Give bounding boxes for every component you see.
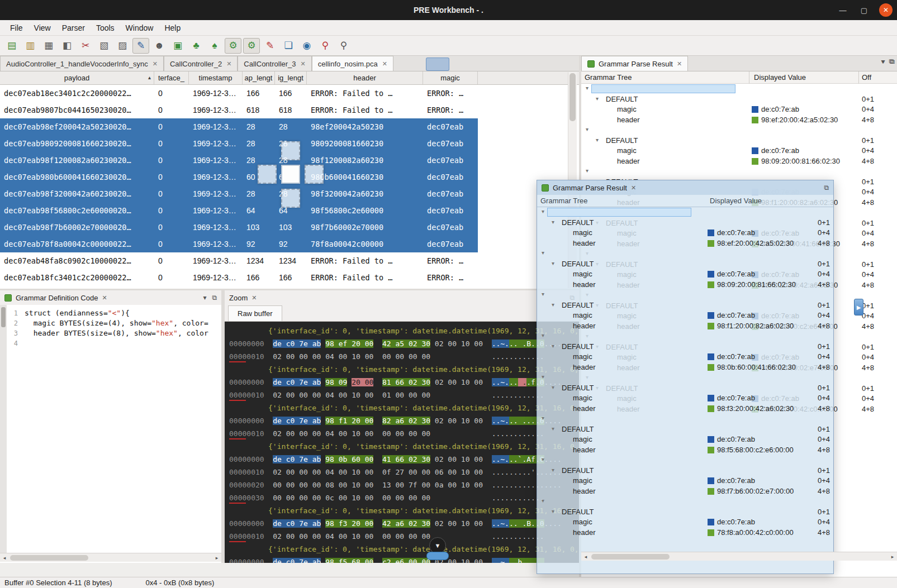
save-button[interactable]: ▦ xyxy=(40,38,57,54)
expander-icon[interactable]: ▾ xyxy=(542,498,544,504)
paste-button[interactable]: ▨ xyxy=(114,38,131,54)
tree-field-row[interactable]: header98:0b:60:00:41:66:02:304+8 xyxy=(537,362,833,373)
close-tab-icon[interactable]: ✕ xyxy=(226,60,231,68)
pin-button[interactable]: ⚲ xyxy=(317,38,334,54)
floating-parse-result-window[interactable]: Grammar Parse Result ✕ ⧉ Grammar Tree Di… xyxy=(537,180,834,574)
tree-field-row[interactable]: magicde:c0:7e:ab0+4 xyxy=(537,228,833,238)
tree-element-row[interactable]: ▾ xyxy=(537,372,833,383)
hex-line[interactable]: 00000020 00 00 00 00 08 00 10 00 13 00 7… xyxy=(229,479,579,491)
close-panel-icon[interactable]: ✕ xyxy=(251,294,257,302)
expander-icon[interactable]: ▾ xyxy=(552,219,554,225)
dock-target-top[interactable] xyxy=(281,141,300,160)
table-row[interactable]: dec07eab18ec3401c2c20000022…01969-12-3…1… xyxy=(0,85,478,102)
code-editor[interactable]: 1struct (endianness="<"){2 magic BYTES(s… xyxy=(7,308,221,348)
hex-line[interactable]: 00000000 de c0 7e ab 98 f5 68 00 c2 e6 0… xyxy=(229,556,579,563)
expander-icon[interactable]: ▾ xyxy=(542,456,544,462)
grammar-definition-title-bar[interactable]: Grammar Definition Code ✕ ▾ ⧉ xyxy=(0,290,221,305)
table-row[interactable]: dec07eab9809200081660230020…01969-12-3…2… xyxy=(0,135,478,152)
table-row[interactable]: dec07eab98f56800c2e60000020…01969-12-3…6… xyxy=(0,202,478,219)
floating-window-title-bar[interactable]: Grammar Parse Result ✕ ⧉ xyxy=(537,180,833,195)
close-tab-icon[interactable]: ✕ xyxy=(153,60,158,68)
tree-group-row[interactable]: ▾DEFAULT0+1 xyxy=(537,259,833,270)
table-row[interactable]: dec07eab98f7b60002e70000020…01969-12-3…1… xyxy=(0,219,478,236)
tree-field-row[interactable]: header78:f8:a0:00:42:c0:00:004+8 xyxy=(537,528,833,538)
close-tab-icon[interactable]: ✕ xyxy=(301,60,306,68)
scrollbar-track[interactable] xyxy=(9,553,212,562)
expander-icon[interactable]: ▾ xyxy=(586,126,588,132)
tree-element-row[interactable]: ▾ xyxy=(581,166,897,177)
close-panel-icon[interactable]: ✕ xyxy=(102,294,107,302)
expander-icon[interactable]: ▾ xyxy=(542,415,544,421)
expander-icon[interactable]: ▾ xyxy=(552,508,554,514)
save-all-button[interactable]: ◧ xyxy=(59,38,75,54)
maximize-button[interactable]: ▢ xyxy=(858,4,870,16)
cut-button[interactable]: ✂ xyxy=(77,38,94,54)
scroll-right-icon[interactable]: ▸ xyxy=(212,555,221,561)
expander-icon[interactable]: ▾ xyxy=(542,332,544,338)
close-tab-icon[interactable]: ✕ xyxy=(382,60,387,68)
expander-icon[interactable]: ▾ xyxy=(542,208,544,214)
expander-icon[interactable]: ▾ xyxy=(542,291,544,297)
column-header-displayed-value[interactable]: Displayed Value xyxy=(710,197,762,205)
menu-item-tools[interactable]: Tools xyxy=(91,22,120,34)
scrollbar-thumb[interactable] xyxy=(569,73,576,121)
hex-line[interactable]: 00000000 de c0 7e ab 98 ef 20 00 42 a5 0… xyxy=(229,337,579,350)
detach-tab-icon[interactable]: ⧉ xyxy=(889,58,894,65)
tab-AudioController_1_handleVocoderInfo_sync[interactable]: AudioController_1_handleVocoderInfo_sync… xyxy=(0,56,164,71)
dock-target-center[interactable] xyxy=(281,165,300,184)
expander-icon[interactable]: ▾ xyxy=(542,374,544,380)
tree-element-row[interactable]: ▾ xyxy=(537,290,833,300)
close-window-icon[interactable]: ✕ xyxy=(631,184,636,192)
grammar-tree-button[interactable]: ♣ xyxy=(188,38,205,54)
tree-group-row[interactable]: ▾DEFAULT0+1 xyxy=(537,342,833,352)
tree-group-row[interactable]: ▾DEFAULT0+1 xyxy=(537,507,833,518)
table-row[interactable]: dec07eab98f3200042a60230020…01969-12-3…2… xyxy=(0,185,478,202)
menu-item-file[interactable]: File xyxy=(4,22,29,34)
column-header-grammar-tree[interactable]: Grammar Tree xyxy=(585,73,632,82)
tree-field-row[interactable]: header98:f7:b6:00:02:e7:00:004+8 xyxy=(537,486,833,497)
scroll-right-button[interactable]: ▶ xyxy=(854,299,863,315)
title-bar[interactable]: PRE Workbench - . — ▢ ✕ xyxy=(0,0,897,20)
selected-tree-item[interactable] xyxy=(591,84,735,93)
column-header-header[interactable]: header xyxy=(307,71,423,84)
capture-button[interactable]: ▣ xyxy=(169,38,186,54)
hex-line[interactable]: 00000000 de c0 7e ab 98 f1 20 00 82 a6 0… xyxy=(229,414,579,427)
minimize-button[interactable]: — xyxy=(837,4,849,16)
scroll-left-icon[interactable]: ◂ xyxy=(581,554,590,560)
hex-line[interactable]: 00000010 02 00 00 00 04 00 10 00 00 00 0… xyxy=(229,530,579,543)
expander-icon[interactable]: ▾ xyxy=(596,95,599,102)
search-button[interactable]: ⚲ xyxy=(335,38,352,54)
expander-icon[interactable]: ▾ xyxy=(552,343,554,349)
code-line[interactable]: 1struct (endianness="<"){ xyxy=(7,308,221,318)
tree-group-row[interactable]: ▾DEFAULT0+1 xyxy=(537,424,833,435)
table-row[interactable]: dec07eab9807bc0441650230020…01969-12-3…6… xyxy=(0,102,478,118)
tree-element-row[interactable]: ▾ xyxy=(537,248,833,259)
table-row[interactable]: dec07eab98ef200042a50230020…01969-12-3…2… xyxy=(0,118,478,135)
expander-icon[interactable]: ▾ xyxy=(552,260,554,266)
tree-group-row[interactable]: ▾DEFAULT0+1 xyxy=(537,300,833,311)
code-panel-hscrollbar[interactable]: ◂ ▸ xyxy=(0,553,221,562)
highlight-button[interactable]: ✎ xyxy=(262,38,278,54)
user-button[interactable]: ☻ xyxy=(151,38,168,54)
tree-group-row[interactable]: ▾DEFAULT0+1 xyxy=(537,218,833,228)
hex-line[interactable]: 00000000 de c0 7e ab 98 f3 20 00 42 a6 0… xyxy=(229,517,579,530)
hex-line[interactable]: 00000010 02 00 00 00 04 00 10 00 00 00 0… xyxy=(229,350,579,363)
expander-icon[interactable]: ▾ xyxy=(552,426,554,432)
table-row[interactable]: dec07eab78f8a00042c00000022…01969-12-3…9… xyxy=(0,236,478,252)
new-window-button[interactable]: ❏ xyxy=(280,38,297,54)
tree-field-row[interactable]: magicde:c0:7e:ab0+4 xyxy=(537,476,833,486)
tree-field-row[interactable]: magicde:c0:7e:ab0+4 xyxy=(537,352,833,362)
selected-tree-item[interactable] xyxy=(547,208,691,217)
tree-field-row[interactable]: header98:f3:20:00:42:a6:02:304+8 xyxy=(537,404,833,414)
copy-button[interactable]: ▧ xyxy=(96,38,112,54)
hex-dump-view[interactable]: {'interface_id': 0, 'timestamp': datetim… xyxy=(225,322,579,563)
tab-grammar-parse-result[interactable]: Grammar Parse Result ✕ xyxy=(581,56,688,71)
panel-float-icon[interactable]: ⧉ xyxy=(212,294,217,302)
expander-icon[interactable]: ▾ xyxy=(552,467,554,473)
tree-field-row[interactable]: magicde:c0:7e:ab0+4 xyxy=(537,269,833,280)
hex-line[interactable]: 00000010 02 00 00 00 04 00 10 00 00 00 0… xyxy=(229,427,579,440)
tree-field-row[interactable]: header98:09:20:00:81:66:02:304+8 xyxy=(537,280,833,290)
zoom-hscrollbar-thumb[interactable] xyxy=(426,552,449,560)
scrollbar-thumb[interactable] xyxy=(591,554,670,560)
expander-icon[interactable]: ▾ xyxy=(586,168,588,174)
